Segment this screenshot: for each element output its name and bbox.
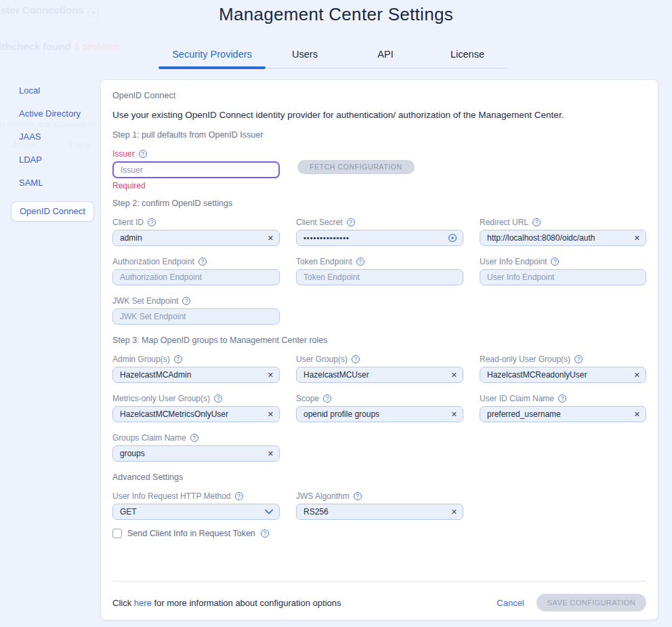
client-id-label: Client ID: [112, 218, 144, 227]
issuer-required-message: Required: [112, 181, 646, 190]
chevron-down-icon[interactable]: [265, 509, 273, 514]
footer-info-prefix: Click: [112, 598, 131, 608]
jwk-set-endpoint-input[interactable]: [112, 308, 280, 325]
field-user-id-claim-name: User ID Claim Name: [480, 393, 646, 422]
sidebar-item-openid-connect[interactable]: OpenID Connect: [11, 201, 94, 222]
security-providers-sidebar: Local Active Directory JAAS LDAP SAML Op…: [19, 86, 100, 235]
user-groups-clear-icon[interactable]: [451, 371, 457, 379]
user-info-request-http-method-label: User Info Request HTTP Method: [112, 491, 231, 501]
footer-actions: Cancel SAVE CONFIGURATION: [497, 594, 646, 611]
tab-api[interactable]: API: [344, 45, 427, 68]
field-user-info-endpoint: User Info Endpoint: [480, 256, 646, 285]
user-id-claim-name-help-icon[interactable]: [558, 395, 566, 403]
tab-users[interactable]: Users: [266, 45, 344, 68]
admin-groups-help-icon[interactable]: [174, 355, 182, 363]
client-id-clear-icon[interactable]: [268, 235, 274, 242]
client-secret-help-icon[interactable]: [347, 218, 355, 226]
cancel-button[interactable]: Cancel: [497, 598, 524, 608]
client-secret-label: Client Secret: [296, 218, 343, 227]
send-client-info-checkbox[interactable]: [112, 529, 122, 538]
background-healthcheck-label: althcheck found: [0, 41, 71, 52]
issuer-row: FETCH CONFIGURATION: [112, 159, 646, 178]
user-info-request-http-method-select[interactable]: [112, 504, 280, 520]
eye-icon[interactable]: [448, 233, 457, 243]
sidebar-item-ldap[interactable]: LDAP: [19, 155, 100, 165]
jws-algorithm-input[interactable]: [296, 504, 463, 520]
metrics-only-user-groups-input[interactable]: [112, 406, 280, 422]
redirect-url-label: Redirect URL: [480, 218, 528, 227]
user-groups-help-icon[interactable]: [352, 355, 360, 363]
token-endpoint-help-icon[interactable]: [356, 258, 364, 266]
sidebar-item-local[interactable]: Local: [19, 86, 100, 96]
metrics-only-user-groups-clear-icon[interactable]: [268, 411, 274, 418]
field-user-info-request-http-method: User Info Request HTTP Method: [112, 491, 280, 520]
save-configuration-button[interactable]: SAVE CONFIGURATION: [537, 594, 646, 611]
field-token-endpoint: Token Endpoint: [296, 256, 463, 285]
jwk-set-endpoint-label: JWK Set Endpoint: [112, 296, 178, 306]
field-authorization-endpoint: Authorization Endpoint: [112, 256, 280, 285]
groups-claim-name-help-icon[interactable]: [190, 434, 198, 442]
admin-groups-clear-icon[interactable]: [268, 371, 274, 379]
background-text-healthcheck: althcheck found 1 problem: [0, 41, 119, 52]
metrics-only-user-groups-label: Metrics-only User Group(s): [112, 394, 210, 403]
user-info-request-http-method-help-icon[interactable]: [235, 492, 243, 500]
client-id-input[interactable]: [112, 230, 280, 246]
scope-help-icon[interactable]: [323, 395, 331, 403]
user-info-endpoint-label: User Info Endpoint: [480, 257, 547, 266]
redirect-url-help-icon[interactable]: [532, 218, 541, 226]
readonly-user-groups-clear-icon[interactable]: [634, 371, 640, 379]
issuer-label: Issuer: [112, 149, 135, 159]
field-client-secret: Client Secret: [296, 217, 463, 246]
background-healthcheck-problem: 1 problem: [74, 41, 119, 52]
field-admin-groups: Admin Group(s): [112, 354, 280, 383]
redirect-url-input[interactable]: [480, 230, 646, 246]
send-client-info-help-icon[interactable]: [261, 529, 269, 538]
step3-heading: Step 3: Map OpenID groups to Management …: [112, 336, 646, 345]
footer-info-suffix: for more information about configuration…: [154, 598, 341, 608]
footer-here-link[interactable]: here: [134, 598, 152, 608]
footer-info-text: Click here for more information about co…: [112, 598, 341, 608]
authorization-endpoint-label: Authorization Endpoint: [112, 257, 194, 266]
field-groups-claim-name: Groups Claim Name: [112, 432, 280, 462]
sidebar-item-active-directory[interactable]: Active Directory: [19, 109, 100, 119]
groups-claim-name-label: Groups Claim Name: [112, 433, 186, 443]
scope-clear-icon[interactable]: [451, 411, 457, 418]
issuer-input[interactable]: [112, 161, 280, 178]
send-client-info-checkbox-row[interactable]: Send Client Info in Request Token: [112, 529, 646, 538]
field-jws-algorithm: JWS Algorithm: [296, 491, 463, 520]
sidebar-item-saml[interactable]: SAML: [19, 178, 100, 188]
send-client-info-label: Send Client Info in Request Token: [127, 529, 255, 538]
user-info-endpoint-input[interactable]: [480, 269, 646, 285]
groups-claim-name-input[interactable]: [112, 445, 280, 462]
step2-fields-grid: Client ID Client Secret Redirect: [112, 217, 646, 325]
field-scope: Scope: [296, 393, 463, 422]
scope-input[interactable]: [296, 406, 463, 422]
jwk-set-endpoint-help-icon[interactable]: [182, 297, 190, 305]
jws-algorithm-help-icon[interactable]: [354, 492, 362, 500]
jws-algorithm-clear-icon[interactable]: [451, 508, 457, 516]
user-id-claim-name-input[interactable]: [480, 406, 646, 422]
admin-groups-input[interactable]: [112, 367, 280, 383]
token-endpoint-input[interactable]: [296, 269, 463, 285]
user-info-endpoint-help-icon[interactable]: [551, 258, 559, 266]
readonly-user-groups-input[interactable]: [480, 367, 646, 383]
readonly-user-groups-help-icon[interactable]: [574, 355, 583, 363]
authorization-endpoint-input[interactable]: [112, 269, 280, 285]
user-groups-input[interactable]: [296, 367, 463, 383]
authorization-endpoint-help-icon[interactable]: [198, 258, 207, 266]
user-id-claim-name-clear-icon[interactable]: [634, 411, 640, 418]
fetch-configuration-button[interactable]: FETCH CONFIGURATION: [297, 160, 415, 174]
issuer-help-icon[interactable]: [139, 150, 147, 158]
tab-security-providers[interactable]: Security Providers: [159, 45, 266, 68]
openid-connect-panel: OpenID Connect Use your existing OpenID …: [100, 79, 658, 620]
redirect-url-clear-icon[interactable]: [634, 235, 640, 242]
field-redirect-url: Redirect URL: [480, 217, 646, 246]
user-id-claim-name-label: User ID Claim Name: [480, 394, 554, 403]
panel-footer: Click here for more information about co…: [112, 581, 646, 611]
metrics-only-user-groups-help-icon[interactable]: [214, 395, 222, 403]
tab-license[interactable]: License: [427, 45, 508, 68]
client-id-help-icon[interactable]: [148, 218, 156, 226]
client-secret-input[interactable]: [296, 230, 463, 246]
groups-claim-name-clear-icon[interactable]: [268, 450, 274, 458]
sidebar-item-jaas[interactable]: JAAS: [19, 132, 100, 142]
